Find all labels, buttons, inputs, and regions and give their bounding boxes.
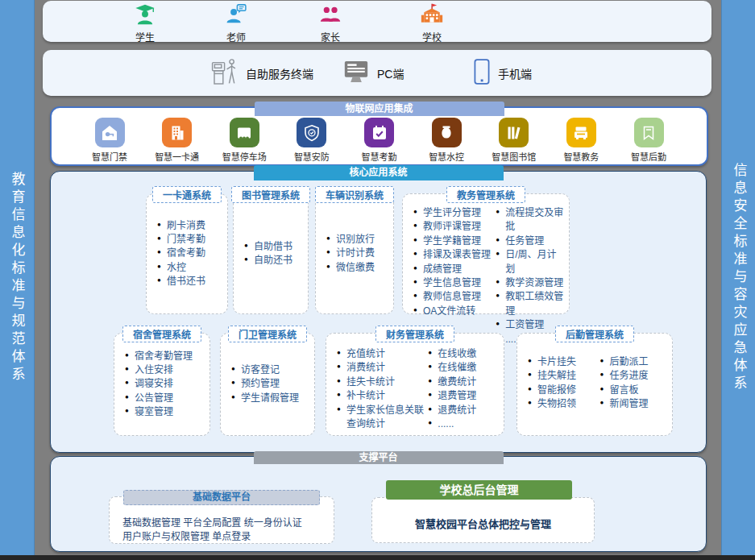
bottom-edge-strip [0, 555, 755, 560]
iot-item-attendance: 智慧考勤 [349, 118, 410, 163]
iot-item-door-access: 智慧门禁 [79, 118, 140, 163]
iot-label: 智慧教务 [563, 150, 599, 163]
list-item: 水控 [157, 261, 224, 275]
list-item: 学生评分管理 [413, 206, 492, 220]
iot-label: 智慧后勤 [631, 150, 666, 163]
terminal-kiosk: 自助服务终端 [209, 56, 313, 90]
list-item: 调寝安排 [125, 377, 206, 391]
teacher-icon [225, 3, 247, 29]
iot-item-edu-affairs: 智慧教务 [550, 118, 612, 163]
card-title: 门卫管理系统 [228, 326, 307, 342]
terminal-label: PC端 [377, 65, 404, 81]
core-section-title: 核心应用系统 [254, 165, 504, 180]
school-icon [420, 3, 444, 29]
list-item: 学生信息管理 [413, 276, 492, 290]
library-books-icon [499, 118, 529, 147]
iot-item-library: 智慧图书馆 [483, 118, 545, 163]
list-item: 微信缴费 [326, 261, 390, 275]
attendance-calendar-icon [364, 118, 394, 147]
phone-icon [473, 58, 491, 89]
list-item: 计时计费 [326, 247, 390, 260]
card-title: 教务管理系统 [446, 186, 525, 203]
school-admin-title: 学校总后台管理 [386, 480, 572, 500]
list-item: 教学资源管理 [496, 276, 566, 290]
list-item: 挂失卡统计 [337, 375, 425, 389]
base-data-line2: 用户账户与权限管理 单点登录 [122, 530, 334, 544]
list-item: 在线催缴 [428, 361, 500, 375]
list-item: 消费统计 [337, 361, 425, 375]
list-item: 寝室管理 [125, 405, 206, 419]
student-icon [134, 3, 156, 29]
card-gatekeeper-system: 门卫管理系统 访客登记 预约管理 学生请假管理 [220, 333, 315, 436]
iot-label: 智慧考勤 [362, 150, 397, 163]
user-label: 老师 [226, 30, 246, 44]
card-building-icon [162, 118, 192, 147]
iot-item-logistics: 智慧后勤 [618, 118, 679, 163]
list-item: 学生家长信息关联查询统计 [337, 404, 425, 432]
door-access-icon [95, 118, 125, 147]
terminal-label: 自助服务终端 [246, 65, 313, 81]
list-item: 门禁考勤 [157, 233, 224, 247]
card-logistics-system: 后勤管理系统 卡片挂失 挂失解挂 智能报修 失物招领 后勤派工 任务进度 留言板… [516, 333, 673, 436]
iot-item-water: 智慧水控 [416, 118, 477, 163]
list-item: 教师信息管理 [413, 290, 492, 304]
list-item: 自助借书 [244, 240, 305, 254]
terminal-mobile: 手机端 [473, 58, 532, 89]
iot-icon-row: 智慧门禁 智慧一卡通 智慧停车场 智慧安防 [52, 108, 707, 163]
list-item: 任务进度 [600, 369, 670, 383]
list-item: 留言板 [600, 384, 670, 397]
edu-affairs-icon [566, 118, 596, 147]
user-roles-panel: 学生 老师 家长 学校 [43, 1, 711, 42]
list-item: 排课及课表管理 [413, 248, 492, 262]
card-title: 图书管理系统 [231, 186, 310, 203]
iot-item-security: 智慧安防 [281, 118, 342, 163]
iot-section: 物联网应用集成 智慧门禁 智慧一卡通 智慧停车场 [50, 106, 708, 166]
list-item: 缴费统计 [428, 375, 500, 389]
user-teacher: 老师 [204, 3, 268, 44]
list-item: 公告管理 [125, 392, 206, 405]
school-admin-card: 智慧校园平台总体把控与管理 [371, 497, 595, 543]
card-title: 宿舍管理系统 [122, 326, 201, 342]
card-title: 一卡通系统 [152, 186, 222, 203]
card-title: 后勤管理系统 [555, 326, 634, 342]
card-library-system: 图书管理系统 自助借书 自助还书 [233, 193, 309, 314]
iot-label: 智慧安防 [294, 150, 330, 163]
iot-label: 智慧门禁 [92, 150, 127, 163]
user-label: 学生 [135, 30, 155, 44]
card-title: 车辆识别系统 [315, 186, 394, 203]
list-item: 智能报修 [528, 384, 597, 397]
list-item: 借书还书 [157, 275, 224, 288]
list-item: 教职工绩效管理 [496, 290, 566, 318]
card-academic-system: 教务管理系统 学生评分管理 教师评课管理 学生学籍管理 排课及课表管理 成绩管理… [402, 193, 570, 314]
user-student: 学生 [113, 3, 177, 44]
left-standards-pillar: 教育信息化标准与规范体系 [0, 0, 35, 556]
list-item: 刷卡消费 [157, 219, 224, 233]
list-item: 补卡统计 [337, 389, 425, 403]
iot-item-parking: 智慧停车场 [214, 118, 275, 163]
pc-icon [342, 60, 370, 87]
parents-icon [319, 3, 342, 29]
list-item: 充值统计 [337, 347, 425, 361]
kiosk-icon [209, 56, 239, 90]
list-item: 流程提交及审批 [496, 206, 566, 234]
list-item: 学生请假管理 [231, 392, 311, 405]
card-vehicle-system: 车辆识别系统 识别放行 计时计费 微信缴费 [315, 193, 394, 314]
list-item: 访客登记 [231, 363, 311, 377]
support-section-title: 支撑平台 [254, 451, 504, 464]
list-item: 宿舍考勤管理 [125, 350, 206, 363]
card-title: 财务管理系统 [375, 326, 454, 342]
list-item: 预约管理 [231, 377, 311, 391]
right-pillar-label: 信息安全标准与容灾应急体系 [729, 163, 749, 393]
list-item: 挂失解挂 [528, 369, 597, 383]
list-item: 退费统计 [428, 404, 500, 417]
list-item: 失物招领 [528, 397, 597, 411]
smart-campus-architecture-diagram: 教育信息化标准与规范体系 信息安全标准与容灾应急体系 学生 老师 家长 [0, 0, 755, 560]
list-item: ...... [428, 417, 500, 431]
list-item: 新闻管理 [600, 397, 670, 411]
left-pillar-label: 教育信息化标准与规范体系 [7, 172, 27, 384]
list-item: 教师评课管理 [413, 220, 492, 234]
terminals-panel: 自助服务终端 PC端 手机端 [43, 50, 711, 96]
list-item: 识别放行 [326, 233, 390, 247]
list-item: 在线收缴 [428, 347, 500, 361]
core-systems-section: 核心应用系统 一卡通系统 刷卡消费 门禁考勤 宿舍考勤 水控 借书还书 图书管理… [50, 171, 707, 453]
